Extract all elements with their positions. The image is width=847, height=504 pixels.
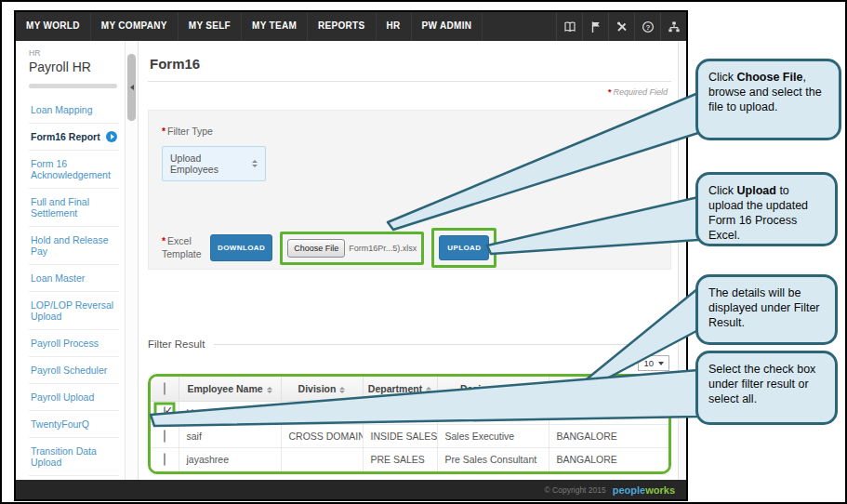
sidebar-item-transition-data-upload[interactable]: Transition Data Upload [29,438,119,476]
sidebar-item-payroll-process[interactable]: Payroll Process [29,330,119,357]
sidebar-item-lop-reversal-upload[interactable]: LOP/LOP Reversal Upload [29,292,119,330]
sidebar-item-form16-acknowledgement[interactable]: Form 16 Acknowledgement [29,151,119,189]
tools-icon[interactable] [608,12,634,41]
sidebar-item-label: Loan Mapping [31,104,93,115]
sidebar-menu: Loan Mapping Form16 Report Form 16 Ackno… [29,97,119,480]
collapse-arrow-icon [130,85,134,90]
main-content: Form16 *Required Field *Filter Type Uplo… [139,41,686,480]
select-updown-icon [252,160,258,167]
column-header-label: Designation [460,383,516,394]
filter-type-select[interactable]: Upload Employees [162,146,266,181]
sidebar-title: Payroll HR [29,60,119,74]
sidebar-collapse-handle[interactable] [127,54,136,121]
sort-icon [267,387,272,393]
choose-file-button[interactable]: Choose File [287,239,345,258]
sidebar-item-label: TwentyFourQ [31,418,89,430]
row-checkbox-cell [151,402,179,425]
filter-type-label: *Filter Type [162,126,657,137]
sidebar-splitter [126,41,139,480]
callout-select-checkbox: Select the check box under filter result… [695,351,838,425]
row-checkbox[interactable] [164,430,165,443]
help-icon[interactable]: ? [634,12,660,41]
filter-result-label: Filter Result [148,338,205,350]
row-checkbox-cell [151,425,179,448]
column-header-department[interactable]: Department [363,377,437,402]
content-scrollbar[interactable] [678,41,686,480]
sidebar-item-label: Payroll Upload [31,391,94,403]
svg-text:?: ? [645,22,650,31]
upload-button[interactable]: UPLOAD [439,235,489,260]
app-window: MY WORLD MY COMPANY MY SELF MY TEAM REPO… [14,10,688,501]
download-button[interactable]: DOWNLOAD [210,234,272,261]
sidebar-item-payroll-scheduler[interactable]: Payroll Scheduler [29,357,119,384]
table-row: kiran CROSS DOMAIN INSIDE SALES Sales Ex… [151,402,668,425]
sidebar: HR Payroll HR Loan Mapping Form16 Report… [16,41,126,480]
sidebar-item-form16-report[interactable]: Form16 Report [29,124,119,151]
flag-icon[interactable] [582,12,608,41]
sidebar-item-label: Payroll Scheduler [31,365,107,376]
sidebar-scrollbar[interactable] [29,84,117,88]
sidebar-item-loan-master[interactable]: Loan Master [29,265,119,292]
nav-item-hr[interactable]: HR [377,12,412,41]
upload-annotation-box: UPLOAD [431,228,496,268]
page-size-value: 10 [643,358,654,368]
nav-item-my-self[interactable]: MY SELF [179,12,242,41]
sidebar-item-twentyfourq[interactable]: TwentyFourQ [29,411,119,438]
column-header-label: Division [298,383,337,394]
sort-icon [339,387,345,393]
cell-location: BANGALORE [549,402,668,425]
peopleworks-logo: peopleworks [613,484,675,496]
top-nav-menu: MY WORLD MY COMPANY MY SELF MY TEAM REPO… [16,12,483,41]
cell-employee-name: kiran [179,402,281,425]
cell-employee-name: saif [179,425,281,448]
org-chart-icon[interactable] [660,12,686,41]
select-all-checkbox[interactable] [164,382,165,395]
filter-result-table: Employee Name Division Department Design… [151,377,668,471]
sidebar-item-full-final-settlement[interactable]: Full and Final Settlement [29,189,119,227]
column-header-division[interactable]: Division [281,377,363,402]
callout-choose-file: Click Choose File, browse and select the… [695,59,841,140]
section-divider [214,344,671,345]
filter-panel: *Filter Type Upload Employees *Excel Tem… [148,110,671,270]
sidebar-item-loan-mapping[interactable]: Loan Mapping [29,97,119,124]
cell-designation: Sales Executive [437,402,549,425]
active-item-arrow-icon [106,131,117,142]
choose-file-annotation-box: Choose File Form16Pr...5).xlsx [280,232,424,265]
sidebar-item-label: Form16 Report [31,131,100,142]
cell-division: CROSS DOMAIN [281,402,363,425]
column-header-designation[interactable]: Designation [437,377,549,402]
top-nav-icons: ? [556,12,686,41]
cell-designation: Sales Executive [437,425,549,448]
sidebar-item-hold-release-pay[interactable]: Hold and Release Pay [29,227,119,265]
excel-template-label: *Excel Template [162,235,203,260]
callout-upload: Click Upload to upload the updated Form … [695,172,838,246]
required-field-note: *Required Field [148,87,668,97]
nav-item-pw-admin[interactable]: PW ADMIN [412,12,483,41]
sidebar-item-label: Payroll Process [31,338,99,349]
cell-location: BANGALORE [549,448,668,471]
nav-item-my-company[interactable]: MY COMPANY [91,12,179,41]
column-header-employee-name[interactable]: Employee Name [179,377,281,402]
filter-type-value: Upload Employees [170,153,252,175]
page-size-select[interactable]: 10 [638,355,669,371]
nav-item-my-team[interactable]: MY TEAM [242,12,308,41]
select-all-cell [151,377,179,402]
sidebar-item-label: Form 16 Acknowledgement [31,158,117,180]
selected-file-name: Form16Pr...5).xlsx [349,244,417,253]
show-label: Show: [609,358,633,368]
nav-item-my-world[interactable]: MY WORLD [16,12,91,41]
cell-division: CROSS DOMAIN [281,425,363,448]
sort-icon [629,387,634,393]
column-header-location[interactable]: Location [549,377,668,402]
sidebar-item-label: Loan Master [31,272,85,284]
cell-department: PRE SALES [363,448,437,471]
required-asterisk: * [608,87,612,97]
row-checkbox[interactable] [164,453,165,466]
row-checkbox[interactable] [164,406,165,419]
filter-result-section: Filter Result [148,338,671,350]
column-header-label: Department [368,383,422,394]
book-icon[interactable] [556,12,582,41]
sidebar-item-payroll-upload[interactable]: Payroll Upload [29,384,119,411]
sidebar-group-label: HR [29,48,119,58]
nav-item-reports[interactable]: REPORTS [308,12,376,41]
